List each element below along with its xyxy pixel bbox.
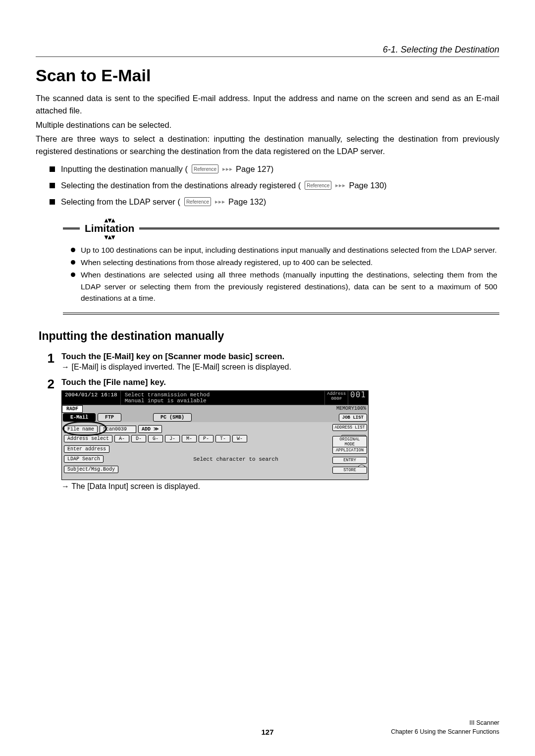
step-title: Touch the [File name] key. xyxy=(61,378,499,387)
step-2: 2 Touch the [File name] key. 2004/01/12 … xyxy=(44,378,499,492)
ui-address-select-button[interactable]: Address select xyxy=(64,435,112,442)
ui-entry-button[interactable]: ENTRY xyxy=(332,457,367,464)
ui-joblist-button[interactable]: JOB LIST xyxy=(339,414,367,422)
reference-badge: Reference xyxy=(305,181,331,190)
ui-application-button[interactable]: APPLICATION xyxy=(332,447,367,454)
step-number: 2 xyxy=(44,378,54,390)
ref-arrow-icon: ▸▸▸ xyxy=(335,182,346,189)
ui-letter-key[interactable]: A- xyxy=(114,435,129,442)
ui-tab-pcsmb[interactable]: PC (SMB) xyxy=(153,413,192,422)
intro-p3: There are three ways to select a destina… xyxy=(36,133,499,158)
limitation-section: ▴▾▴ Limitation ▾▴▾ Up to 100 destination… xyxy=(63,217,499,315)
ui-address-counter: Address 000# xyxy=(324,391,348,405)
ui-job-number: 001 xyxy=(348,391,368,405)
ui-store-button[interactable]: STORE xyxy=(332,467,367,474)
limitation-crown-icon: ▾▴▾ xyxy=(105,234,115,239)
ui-ldap-search-button[interactable]: LDAP Search xyxy=(64,455,104,463)
page-footer: 127 III Scanner Chapter 6 Using the Scan… xyxy=(36,719,499,736)
limitation-crown-icon: ▴▾▴ xyxy=(105,217,115,222)
ui-top-message: Select transmission method Manual input … xyxy=(121,391,325,405)
subheading: Inputting the destination manually xyxy=(39,329,499,343)
method-manual: Inputting the destination manually ( Ref… xyxy=(50,164,499,174)
method-registered: Selecting the destination from the desti… xyxy=(50,181,499,190)
limitation-label: ▴▾▴ Limitation ▾▴▾ xyxy=(82,217,137,239)
method-ldap: Selecting from the LDAP server ( Referen… xyxy=(50,197,499,207)
ui-tab-email[interactable]: E-Mail xyxy=(63,413,96,422)
ui-enter-address-button[interactable]: Enter address xyxy=(64,445,109,453)
ui-datetime: 2004/01/12 16:18 xyxy=(62,391,121,405)
limitation-item: When destinations are selected using all… xyxy=(71,269,497,304)
ui-letter-key[interactable]: G- xyxy=(148,435,163,442)
limitation-item: Up to 100 destinations can be input, inc… xyxy=(71,244,497,256)
step-text: → The [Data Input] screen is displayed. xyxy=(61,482,499,491)
limitation-item: When selecting destinations from those a… xyxy=(71,257,497,268)
limitation-rule-right xyxy=(139,227,499,229)
ui-hint-text: Select character to search xyxy=(106,456,366,462)
page-title: Scan to E-Mail xyxy=(36,66,499,85)
ui-original-mode-button[interactable]: ORIGINAL MODE xyxy=(332,436,367,448)
ui-letter-key[interactable]: W- xyxy=(232,435,247,442)
step-title: Touch the [E-Mail] key on [Scanner mode … xyxy=(61,352,499,362)
ui-address-list-button[interactable]: ADDRESS LIST xyxy=(332,424,367,431)
limitation-rule-left xyxy=(63,227,80,229)
intro-p1: The scanned data is sent to the specifie… xyxy=(36,92,499,117)
bullet-icon xyxy=(50,199,55,205)
footer-chapter: Chapter 6 Using the Scanner Functions xyxy=(391,728,499,737)
ui-letter-key[interactable]: T- xyxy=(215,435,230,442)
footer-part: III Scanner xyxy=(391,719,499,728)
ref-arrow-icon: ▸▸▸ xyxy=(215,198,225,205)
section-header: 6-1. Selecting the Destination xyxy=(36,45,499,57)
reference-badge: Reference xyxy=(184,197,211,206)
reference-badge: Reference xyxy=(192,164,218,173)
ref-arrow-icon: ▸▸▸ xyxy=(222,165,233,172)
page-number: 127 xyxy=(261,728,273,736)
ui-file-name-button[interactable]: File name xyxy=(64,426,98,433)
ui-file-name-field[interactable]: Scan0039 xyxy=(100,426,136,433)
bullet-icon xyxy=(50,183,55,188)
intro-p2: Multiple destinations can be selected. xyxy=(36,119,499,131)
scanner-screenshot: 2004/01/12 16:18 Select transmission met… xyxy=(61,390,369,480)
ui-letter-key[interactable]: D- xyxy=(131,435,146,442)
ui-subject-body-button[interactable]: Subject/Msg.Body xyxy=(64,466,118,473)
ui-tab-ftp[interactable]: FTP xyxy=(98,413,121,422)
step-1: 1 Touch the [E-Mail] key on [Scanner mod… xyxy=(44,352,499,373)
ui-radf-indicator: RADF xyxy=(62,405,83,413)
bullet-icon xyxy=(50,166,55,172)
ui-letter-key[interactable]: P- xyxy=(199,435,214,442)
step-number: 1 xyxy=(44,352,54,365)
ui-add-button[interactable]: ADD ≫ xyxy=(138,425,162,433)
step-text: → [E-Mail] is displayed inverted. The [E… xyxy=(61,363,499,372)
ui-memory-indicator: MEMORY100% xyxy=(334,405,368,413)
ui-letter-key[interactable]: J- xyxy=(165,435,180,442)
ui-letter-key[interactable]: M- xyxy=(182,435,197,442)
